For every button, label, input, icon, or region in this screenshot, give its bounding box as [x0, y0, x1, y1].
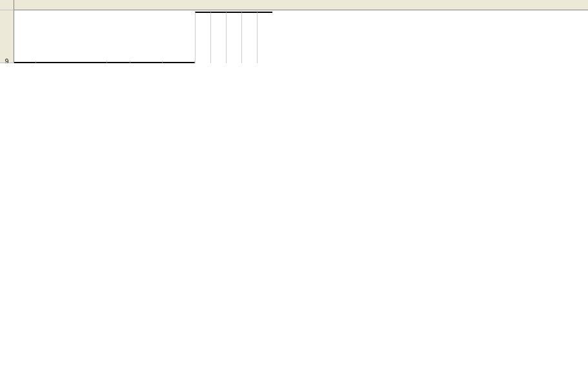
header-daysrem[interactable]: [257, 12, 272, 63]
column-headers: [0, 0, 588, 10]
header-lead[interactable]: [107, 61, 130, 63]
header-end[interactable]: [163, 61, 195, 63]
header-tasks[interactable]: [36, 61, 107, 63]
header-duration[interactable]: [195, 12, 210, 63]
header-dayscomp[interactable]: [241, 12, 257, 63]
corner-cell[interactable]: [0, 0, 14, 10]
row-number[interactable]: 9: [0, 10, 14, 63]
header-wbs[interactable]: [14, 61, 36, 63]
header-start[interactable]: [130, 61, 163, 63]
spreadsheet: 9: [0, 0, 588, 63]
header-workdays[interactable]: [226, 12, 241, 63]
table-header-row: 9: [0, 10, 588, 63]
header-pct[interactable]: [210, 12, 226, 63]
